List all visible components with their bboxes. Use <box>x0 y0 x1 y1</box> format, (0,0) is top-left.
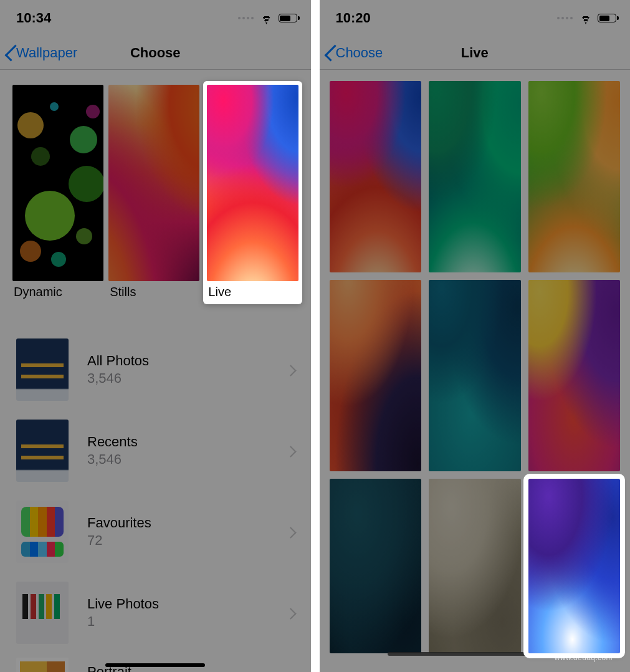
back-label: Wallpaper <box>16 45 77 61</box>
wallpaper-categories: Dynamic Stills Live <box>0 70 311 304</box>
chevron-right-icon <box>287 523 298 540</box>
screenshot-right: 10:20 Choose Live www. <box>320 0 631 672</box>
album-title: Recents <box>87 434 287 450</box>
dynamic-thumb <box>12 85 103 281</box>
wallpaper-grid <box>320 70 631 653</box>
album-recents[interactable]: Recents 3,546 <box>0 410 311 491</box>
album-live-photos[interactable]: Live Photos 1 <box>0 572 311 653</box>
album-thumb <box>16 338 69 401</box>
category-stills[interactable]: Stills <box>108 85 199 304</box>
album-count: 3,546 <box>87 451 287 468</box>
wallpaper-4[interactable] <box>330 280 422 471</box>
category-dynamic[interactable]: Dynamic <box>12 85 103 304</box>
album-favourites[interactable]: Favourites 72 <box>0 491 311 572</box>
album-thumb <box>16 420 69 482</box>
album-portrait[interactable]: Portrait <box>0 653 311 672</box>
battery-icon <box>279 14 297 22</box>
back-label: Choose <box>336 45 383 61</box>
album-title: All Photos <box>87 353 287 369</box>
status-time: 10:34 <box>16 10 51 26</box>
chevron-right-icon <box>287 442 298 459</box>
status-right <box>557 13 616 23</box>
category-label: Live <box>207 285 298 299</box>
album-thumb <box>16 582 69 644</box>
home-indicator[interactable] <box>105 663 205 667</box>
wallpaper-8[interactable] <box>429 479 521 653</box>
category-label: Dynamic <box>12 285 103 299</box>
album-all-photos[interactable]: All Photos 3,546 <box>0 329 311 410</box>
wallpaper-6[interactable] <box>528 280 621 471</box>
albums-list: All Photos 3,546 Recents 3,546 Favourite… <box>0 329 311 672</box>
album-title: Favourites <box>87 515 287 531</box>
wallpaper-5[interactable] <box>429 280 521 471</box>
album-count: 72 <box>87 532 287 549</box>
screenshot-left: 10:34 Wallpaper Choose <box>0 0 311 672</box>
album-count: 1 <box>87 613 287 630</box>
live-thumb <box>207 85 298 281</box>
battery-icon <box>598 14 616 22</box>
status-bar: 10:34 <box>0 0 311 27</box>
wallpaper-2[interactable] <box>429 81 521 272</box>
chevron-right-icon <box>287 604 298 622</box>
back-button[interactable]: Choose <box>326 45 383 61</box>
nav-bar: Choose Live <box>320 36 631 70</box>
chevron-right-icon <box>287 361 298 378</box>
cellular-dots-icon <box>238 17 254 19</box>
wifi-icon <box>260 13 274 23</box>
wallpaper-3[interactable] <box>528 81 621 272</box>
category-label: Stills <box>108 285 199 299</box>
wallpaper-7[interactable] <box>330 479 422 653</box>
album-count: 3,546 <box>87 370 287 386</box>
album-thumb <box>16 658 69 672</box>
back-button[interactable]: Wallpaper <box>6 45 77 61</box>
category-live[interactable]: Live <box>203 81 302 304</box>
album-thumb <box>16 501 69 563</box>
stills-thumb <box>108 85 199 281</box>
cellular-dots-icon <box>557 17 573 19</box>
nav-bar: Wallpaper Choose <box>0 36 311 70</box>
album-title: Live Photos <box>87 596 287 612</box>
status-time: 10:20 <box>336 10 371 26</box>
wallpaper-1[interactable] <box>330 81 422 272</box>
wifi-icon <box>579 13 593 23</box>
wallpaper-9[interactable] <box>528 479 621 653</box>
watermark: www.deuaq.com <box>555 653 613 662</box>
status-right <box>238 13 297 23</box>
status-bar: 10:20 <box>320 0 631 27</box>
